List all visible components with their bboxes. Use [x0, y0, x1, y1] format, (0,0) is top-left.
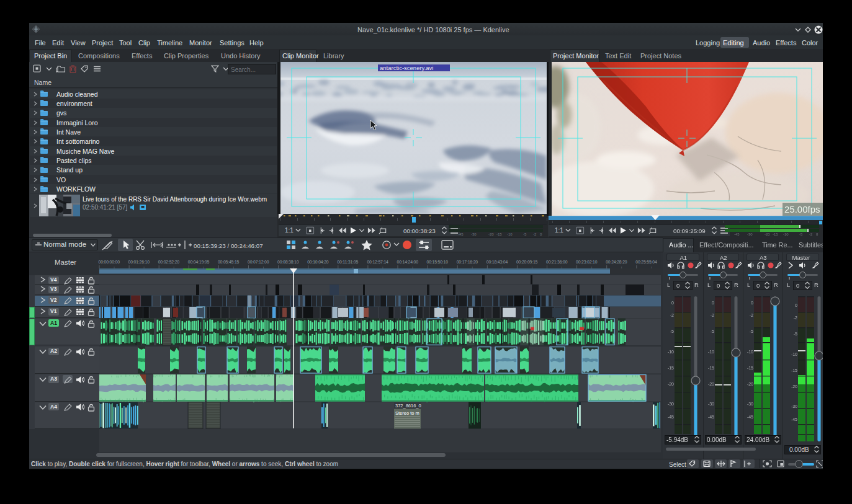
svg-text:00:07:12:00: 00:07:12:00 — [248, 260, 269, 264]
svg-text:-2: -2 — [750, 313, 753, 317]
svg-text:-45: -45 — [747, 415, 753, 419]
svg-text:-10: -10 — [668, 350, 674, 354]
svg-text:-15: -15 — [791, 368, 797, 373]
svg-text:0: 0 — [795, 303, 797, 307]
svg-text:00:00:00:00: 00:00:00:00 — [99, 260, 120, 264]
svg-text:-10: -10 — [708, 350, 714, 354]
svg-text:-30: -30 — [708, 402, 714, 406]
svg-text:0: 0 — [751, 301, 753, 305]
svg-text:00:14:24:00: 00:14:24:00 — [397, 260, 419, 264]
svg-text:00:11:31:05: 00:11:31:05 — [337, 260, 358, 264]
svg-text:00:18:43:04: 00:18:43:04 — [487, 260, 508, 264]
svg-text:-5: -5 — [711, 329, 714, 334]
svg-text:Stereo to m: Stereo to m — [395, 410, 419, 416]
svg-text:00:23:02:10: 00:23:02:10 — [576, 260, 598, 264]
svg-text:00:08:38:10: 00:08:38:10 — [277, 260, 299, 264]
svg-text:-15: -15 — [747, 366, 753, 370]
svg-text:372_8616_0: 372_8616_0 — [395, 403, 421, 409]
svg-text:-45: -45 — [708, 415, 714, 419]
svg-text:-2: -2 — [711, 313, 714, 317]
svg-text:-20: -20 — [668, 382, 674, 386]
svg-text:-10: -10 — [791, 352, 797, 356]
svg-text:-20: -20 — [747, 382, 753, 386]
svg-text:-30: -30 — [668, 402, 674, 406]
svg-text:0: 0 — [671, 301, 674, 305]
svg-text:-5: -5 — [794, 332, 797, 336]
svg-text:-30: -30 — [747, 402, 753, 406]
svg-text:00:25:55:04: 00:25:55:04 — [635, 260, 657, 264]
svg-text:00:10:04:20: 00:10:04:20 — [307, 260, 329, 264]
svg-text:00:12:57:14: 00:12:57:14 — [367, 260, 388, 264]
svg-text:-5: -5 — [750, 329, 753, 334]
svg-text:00:21:36:00: 00:21:36:00 — [546, 260, 568, 264]
svg-text:-2: -2 — [670, 313, 674, 317]
svg-text:-20: -20 — [708, 382, 714, 386]
svg-text:0: 0 — [712, 301, 714, 305]
svg-text:-5: -5 — [670, 329, 674, 334]
svg-text:-30: -30 — [791, 404, 797, 409]
svg-text:-45: -45 — [668, 415, 674, 419]
svg-text:00:20:09:15: 00:20:09:15 — [516, 260, 538, 264]
svg-text:00:17:16:20: 00:17:16:20 — [457, 260, 478, 264]
svg-text:-45: -45 — [791, 417, 797, 422]
svg-text:00:24:28:20: 00:24:28:20 — [606, 260, 627, 264]
svg-text:-10: -10 — [747, 350, 753, 354]
svg-text:00:02:52:20: 00:02:52:20 — [158, 260, 180, 264]
svg-text:00:05:45:15: 00:05:45:15 — [218, 260, 240, 264]
svg-text:-20: -20 — [791, 384, 797, 389]
svg-text:-15: -15 — [668, 366, 674, 370]
svg-text:00:15:50:10: 00:15:50:10 — [427, 260, 449, 264]
svg-text:00:01:26:10: 00:01:26:10 — [128, 260, 150, 264]
svg-text:00:04:19:05: 00:04:19:05 — [188, 260, 210, 264]
svg-text:-2: -2 — [794, 316, 797, 320]
svg-text:-15: -15 — [708, 366, 714, 370]
